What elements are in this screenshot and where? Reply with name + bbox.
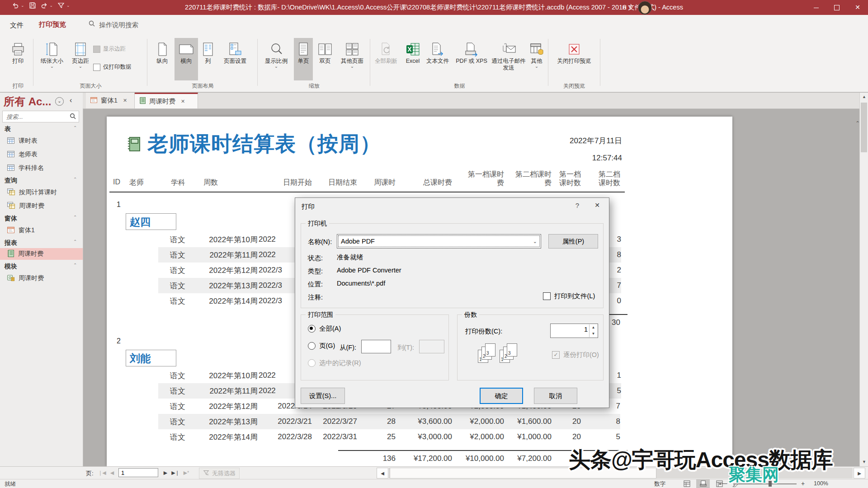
cell: 2022年第10周	[185, 371, 258, 381]
tab-file[interactable]: 文件	[4, 15, 30, 35]
nav-pane-collapse-icon[interactable]: ‹	[70, 96, 72, 104]
nav-pane-menu-icon[interactable]: ⌄	[55, 97, 64, 106]
page-number-input[interactable]	[118, 468, 158, 477]
print-preview-view-icon[interactable]	[696, 479, 710, 488]
user-initials[interactable]: H Y	[623, 0, 632, 15]
more-pages-button[interactable]: 其他页面	[336, 39, 368, 68]
setup-button[interactable]: 设置(S)...	[301, 388, 345, 404]
spinner-arrows-icon[interactable]: ▲▼	[589, 324, 597, 337]
column-header: 周数	[203, 178, 218, 188]
chevron-down-icon[interactable]: ⌄	[533, 235, 537, 248]
nav-item-xuekepaiming[interactable]: 学科排名	[0, 162, 83, 174]
nav-section-forms[interactable]: 窗体⌃	[5, 215, 17, 223]
nav-section-modules[interactable]: 模块⌃	[5, 263, 17, 271]
avatar[interactable]	[638, 1, 652, 15]
close-tab-icon[interactable]	[123, 98, 127, 103]
nav-item-zhoukeshifei-module[interactable]: 周课时费	[0, 272, 83, 284]
range-all-radio[interactable]: 全部(A)	[308, 324, 341, 333]
from-input[interactable]	[361, 340, 391, 353]
search-icon	[89, 15, 95, 35]
nav-section-queries[interactable]: 查询⌃	[5, 177, 17, 185]
vscroll-up-icon[interactable]: ▲	[860, 93, 868, 101]
nav-item-kehshibiao[interactable]: 课时表	[0, 135, 83, 147]
cell: 2022年第12周	[185, 265, 258, 276]
cell: 136	[357, 454, 396, 463]
properties-button[interactable]: 属性(P)	[548, 234, 598, 249]
print-to-file-checkbox[interactable]: 打印到文件(L)	[543, 292, 595, 300]
close-button[interactable]	[847, 0, 868, 15]
table-icon	[7, 164, 14, 172]
report-view-icon[interactable]	[680, 479, 693, 488]
two-pages-button[interactable]: 双页	[316, 39, 335, 65]
nav-item-laoshibiao[interactable]: 老师表	[0, 149, 83, 160]
cell: 2022/3/27	[312, 417, 357, 426]
printer-name-label: 名称(N):	[308, 238, 332, 246]
hscroll-left-icon[interactable]: ◀	[377, 468, 388, 479]
page-setup-button[interactable]: 页面设置	[217, 39, 253, 65]
tell-me-search[interactable]: 操作说明搜索	[89, 15, 138, 35]
ribbon-group-zoom: 显示比例 单页 双页 其他页面 缩放	[259, 38, 370, 90]
nav-item-zhoukeshifei-report[interactable]: 周课时费	[0, 248, 83, 260]
last-page-button[interactable]: ▶❘	[171, 468, 180, 477]
help-icon[interactable]: ?	[576, 202, 579, 209]
table-icon	[7, 151, 14, 159]
maximize-button[interactable]	[826, 0, 847, 15]
vscroll-thumb[interactable]	[861, 103, 867, 152]
cancel-button[interactable]: 取消	[534, 388, 577, 404]
nav-section-reports[interactable]: 报表⌃	[5, 239, 17, 247]
minimize-button[interactable]	[806, 0, 826, 15]
ribbon-group-data: 全部刷新 Excel 文本文件 PDF 或 XPS 通过电子邮件发送 其他	[371, 38, 548, 90]
checkbox-icon	[93, 64, 100, 71]
zoom-in-icon[interactable]: +	[801, 480, 805, 487]
columns-button[interactable]: 列	[200, 39, 216, 65]
export-excel-button[interactable]: Excel	[403, 39, 423, 65]
status-value: 准备就绪	[337, 253, 363, 262]
tab-print-preview[interactable]: 打印预览	[33, 15, 72, 37]
one-page-button[interactable]: 单页	[294, 38, 313, 80]
close-tab-icon[interactable]	[181, 99, 185, 104]
ok-button[interactable]: 确定	[480, 388, 523, 404]
close-print-preview-button[interactable]: 关闭打印预览	[557, 39, 592, 65]
nav-item-zhoukeshifei-query[interactable]: 周课时费	[0, 200, 83, 212]
vertical-scrollbar[interactable]: ▲ ▼	[859, 93, 868, 466]
checkbox-icon	[93, 46, 100, 53]
status-ready: 就绪	[5, 480, 16, 488]
search-icon[interactable]	[70, 113, 76, 122]
margins-button[interactable]: 页边距	[68, 39, 93, 68]
range-pages-radio[interactable]: 页(G)	[308, 342, 335, 350]
export-pdf-xps-button[interactable]: PDF 或 XPS	[453, 39, 490, 65]
landscape-button[interactable]: 横向	[175, 38, 198, 80]
doc-tab-zhoukeshifei[interactable]: 周课时费	[135, 93, 198, 108]
vscroll-down-icon[interactable]: ▼	[860, 458, 868, 466]
next-page-button[interactable]: ▶	[161, 468, 170, 477]
paper-size-button[interactable]: 纸张大小	[37, 39, 67, 68]
hscroll-right-icon[interactable]: ▶	[854, 468, 865, 479]
type-value: Adobe PDF Converter	[337, 267, 401, 274]
page-setup-icon	[217, 39, 253, 58]
pdf-xps-icon	[453, 39, 490, 58]
nav-search-input[interactable]	[5, 112, 71, 122]
landscape-page-icon	[175, 39, 198, 58]
more-export-button[interactable]: 其他	[528, 39, 546, 68]
doc-tab-form1[interactable]: 窗体1	[86, 93, 135, 108]
email-button[interactable]: 通过电子邮件发送	[491, 39, 526, 71]
dialog-close-icon[interactable]	[594, 202, 600, 209]
export-text-file-button[interactable]: 文本文件	[425, 39, 451, 65]
nav-item-form1[interactable]: 窗体1	[0, 225, 83, 236]
radio-icon	[308, 325, 316, 333]
nav-section-tables[interactable]: 表⌃	[5, 125, 11, 133]
cell: 2022年第12周	[185, 401, 258, 412]
print-button[interactable]: 打印	[6, 39, 30, 65]
zoom-out-icon[interactable]: —	[722, 480, 727, 487]
zoom-button[interactable]: 显示比例	[260, 39, 292, 68]
printer-name-combobox[interactable]: Adobe PDF ⌄	[337, 234, 541, 249]
print-data-only-checkbox[interactable]: 仅打印数据	[93, 63, 132, 71]
cell: 20	[552, 417, 581, 426]
nav-item-anzhoujisuankeshi[interactable]: 按周计算课时	[0, 187, 83, 198]
nav-search-box[interactable]	[2, 111, 79, 122]
show-margins-checkbox: 显示边距	[93, 45, 126, 53]
zoom-percentage[interactable]: 100%	[814, 480, 828, 487]
copies-spinner[interactable]: 1 ▲▼	[550, 324, 598, 338]
title-bar: ⌄ ⌄ ⌄ 220711老师课时费统计 : 数据库- D:\OneDrive\W…	[0, 0, 868, 15]
portrait-button[interactable]: 纵向	[152, 39, 173, 65]
